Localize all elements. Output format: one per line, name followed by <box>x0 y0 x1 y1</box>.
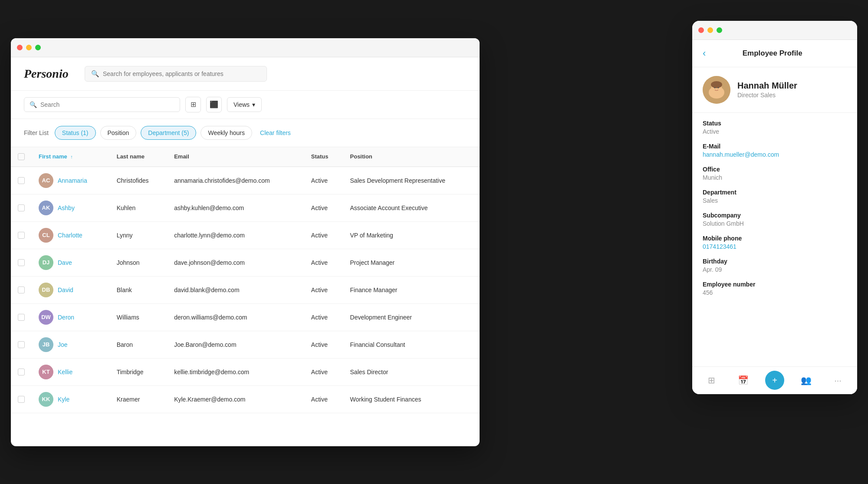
employee-name-link[interactable]: Dave <box>58 259 72 266</box>
row-email-cell: annamaria.christofides@demo.com <box>167 167 304 194</box>
row-position-cell: Project Manager <box>343 249 480 276</box>
row-email-cell: Joe.Baron@demo.com <box>167 331 304 358</box>
row-checkbox-cell[interactable] <box>11 303 32 331</box>
col-header-first-name[interactable]: First name ↑ <box>32 147 110 167</box>
employee-avatar: DJ <box>39 255 53 270</box>
row-position-cell: Sales Director <box>343 358 480 385</box>
row-status-cell: Active <box>304 331 343 358</box>
row-checkbox-cell[interactable] <box>11 167 32 194</box>
row-checkbox[interactable] <box>18 314 25 321</box>
row-checkbox-cell[interactable] <box>11 276 32 303</box>
nav-more-button[interactable]: ··· <box>829 371 848 390</box>
employee-name-link[interactable]: Ashby <box>58 204 75 211</box>
nav-add-button[interactable]: + <box>765 371 784 390</box>
profile-maximize-button[interactable] <box>717 27 722 33</box>
search-icon: 🔍 <box>30 101 37 108</box>
nav-calendar-button[interactable]: 📅 <box>733 371 753 390</box>
profile-fields: StatusActiveE-Mailhannah.mueller@demo.co… <box>692 113 857 311</box>
profile-field-row: E-Mailhannah.mueller@demo.com <box>703 143 847 158</box>
profile-field-label: Subcompany <box>703 212 847 219</box>
col-header-last-name[interactable]: Last name <box>110 147 167 167</box>
profile-close-button[interactable] <box>698 27 704 33</box>
views-dropdown-button[interactable]: Views ▾ <box>227 97 262 112</box>
row-checkbox[interactable] <box>18 204 25 211</box>
col-header-position[interactable]: Position <box>343 147 480 167</box>
row-email-cell: kellie.timbridge@demo.com <box>167 358 304 385</box>
table-row: DB David Blank david.blank@demo.com Acti… <box>11 276 480 303</box>
global-search-input[interactable] <box>103 70 260 77</box>
profile-field-label: E-Mail <box>703 143 847 150</box>
row-checkbox[interactable] <box>18 369 25 375</box>
row-first-name-cell: AC Annamaria <box>32 167 110 194</box>
employee-name-link[interactable]: Joe <box>58 341 68 348</box>
employee-search-box[interactable]: 🔍 <box>24 97 180 112</box>
close-button[interactable] <box>17 45 23 50</box>
row-last-name-cell: Lynny <box>110 221 167 249</box>
employee-name-link[interactable]: Kyle <box>58 396 69 403</box>
row-checkbox-cell[interactable] <box>11 358 32 385</box>
filter-list-label: Filter List <box>24 129 49 136</box>
table-row: JB Joe Baron Joe.Baron@demo.com Active F… <box>11 331 480 358</box>
table-header-row: First name ↑ Last name Email Status Posi… <box>11 147 480 167</box>
svg-point-3 <box>711 81 722 88</box>
layout-button[interactable]: ⬛ <box>206 97 222 112</box>
row-checkbox-cell[interactable] <box>11 194 32 221</box>
profile-field-row: Employee number456 <box>703 281 847 296</box>
nav-grid-button[interactable]: ⊞ <box>702 371 721 390</box>
profile-field-value: Munich <box>703 174 847 181</box>
row-checkbox[interactable] <box>18 177 25 184</box>
row-first-name-cell: DW Deron <box>32 303 110 331</box>
filter-chip-position[interactable]: Position <box>100 126 137 140</box>
row-status-cell: Active <box>304 221 343 249</box>
minimize-button[interactable] <box>26 45 32 50</box>
profile-minimize-button[interactable] <box>707 27 713 33</box>
nav-team-button[interactable]: 👥 <box>797 371 816 390</box>
row-checkbox-cell[interactable] <box>11 249 32 276</box>
employee-name-link[interactable]: Deron <box>58 314 74 321</box>
profile-field-value[interactable]: 0174123461 <box>703 243 847 250</box>
filter-chip-weekly-hours[interactable]: Weekly hours <box>201 126 252 140</box>
row-position-cell: Finance Manager <box>343 276 480 303</box>
profile-bottom-nav: ⊞ 📅 + 👥 ··· <box>692 366 857 394</box>
row-checkbox[interactable] <box>18 341 25 348</box>
calendar-icon: 📅 <box>738 375 749 385</box>
group-icon: ⊞ <box>191 100 196 109</box>
row-checkbox[interactable] <box>18 286 25 293</box>
row-email-cell: david.blank@demo.com <box>167 276 304 303</box>
row-checkbox[interactable] <box>18 259 25 266</box>
employee-name-link[interactable]: David <box>58 286 73 293</box>
row-email-cell: charlotte.lynn@demo.com <box>167 221 304 249</box>
global-search[interactable]: 🔍 <box>85 66 267 82</box>
group-view-button[interactable]: ⊞ <box>185 97 201 112</box>
row-last-name-cell: Christofides <box>110 167 167 194</box>
select-all-header[interactable] <box>11 147 32 167</box>
row-status-cell: Active <box>304 167 343 194</box>
filter-chip-status[interactable]: Status (1) <box>55 126 96 140</box>
row-email-cell: ashby.kuhlen@demo.com <box>167 194 304 221</box>
select-all-checkbox[interactable] <box>18 153 25 160</box>
clear-filters-button[interactable]: Clear filters <box>256 126 294 139</box>
row-checkbox-cell[interactable] <box>11 221 32 249</box>
row-checkbox[interactable] <box>18 232 25 239</box>
more-icon: ··· <box>834 375 842 385</box>
filter-chip-department[interactable]: Department (5) <box>141 126 196 140</box>
employee-avatar: AC <box>39 173 53 188</box>
profile-field-value: Sales <box>703 197 847 204</box>
row-checkbox[interactable] <box>18 396 25 403</box>
col-header-email[interactable]: Email <box>167 147 304 167</box>
row-first-name-cell: JB Joe <box>32 331 110 358</box>
employee-name-link[interactable]: Charlotte <box>58 232 82 239</box>
row-checkbox-cell[interactable] <box>11 385 32 413</box>
back-button[interactable]: ‹ <box>703 49 706 58</box>
profile-header: ‹ Employee Profile <box>692 40 857 67</box>
search-icon: 🔍 <box>91 70 99 78</box>
employee-name-link[interactable]: Kellie <box>58 369 72 375</box>
row-checkbox-cell[interactable] <box>11 331 32 358</box>
employee-search-input[interactable] <box>40 101 174 108</box>
employee-name-link[interactable]: Annamaria <box>58 177 87 184</box>
table-row: AK Ashby Kuhlen ashby.kuhlen@demo.com Ac… <box>11 194 480 221</box>
col-header-status[interactable]: Status <box>304 147 343 167</box>
top-bar: Personio 🔍 <box>11 57 480 91</box>
maximize-button[interactable] <box>35 45 41 50</box>
profile-field-value[interactable]: hannah.mueller@demo.com <box>703 151 847 158</box>
